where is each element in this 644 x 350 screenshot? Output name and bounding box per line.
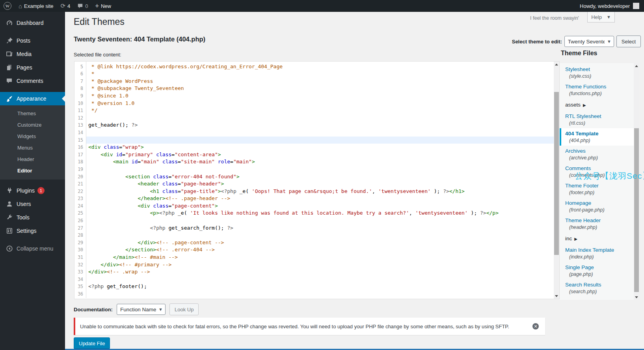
theme-file-link[interactable]: Main Index Template bbox=[565, 247, 630, 253]
comments-link[interactable]: 0 bbox=[74, 0, 91, 12]
code-line: 18 <main id="main" class="site-main" rol… bbox=[74, 158, 554, 166]
scroll-up-arrow[interactable] bbox=[554, 62, 559, 67]
theme-file-link[interactable]: Theme Functions bbox=[565, 84, 630, 90]
scroll-up-arrow[interactable] bbox=[634, 63, 639, 69]
code-line: 27 <?php get_search_form(); ?> bbox=[74, 225, 554, 232]
theme-file-link[interactable]: Single Page bbox=[565, 264, 630, 270]
sidebar-item-plugins[interactable]: Plugins 1 bbox=[0, 184, 65, 197]
user-avatar[interactable] bbox=[633, 3, 639, 9]
sidebar-item-widgets[interactable]: Widgets bbox=[0, 131, 65, 142]
line-code: </header><!-- .page-header --> bbox=[86, 195, 554, 202]
documentation-select[interactable]: Function Name… ▼ bbox=[117, 304, 166, 315]
sidebar-item-menus[interactable]: Menus bbox=[0, 142, 65, 153]
sidebar-item-editor[interactable]: Editor bbox=[0, 165, 65, 176]
collapse-menu-button[interactable]: Collapse menu bbox=[0, 242, 65, 255]
code-line: 5 * @link https://codex.wordpress.org/Cr… bbox=[74, 63, 554, 71]
scroll-down-arrow[interactable] bbox=[554, 293, 559, 299]
sidebar-item-posts[interactable]: Posts bbox=[0, 34, 65, 47]
dismiss-notice-icon[interactable]: ✕ bbox=[532, 323, 539, 329]
line-number: 6 bbox=[74, 70, 86, 78]
line-number: 17 bbox=[74, 151, 86, 159]
code-line: 23 </header><!-- .page-header --> bbox=[74, 195, 554, 202]
update-file-button[interactable]: Update File bbox=[74, 337, 110, 349]
theme-file-item[interactable]: Search Results(search.php) bbox=[560, 279, 634, 297]
editor-vertical-scrollbar[interactable] bbox=[554, 62, 559, 299]
sidebar-item-customize[interactable]: Customize bbox=[0, 119, 65, 131]
sidebar-item-appearance[interactable]: Appearance bbox=[0, 92, 65, 105]
plus-icon: + bbox=[95, 2, 99, 9]
wordpress-menu[interactable]: W bbox=[0, 0, 15, 12]
select-theme-button[interactable]: Select bbox=[616, 36, 641, 47]
theme-file-link[interactable]: RTL Stylesheet bbox=[565, 113, 630, 119]
sidebar-item-dashboard[interactable]: Dashboard bbox=[0, 16, 65, 30]
site-name: Example site bbox=[24, 3, 53, 9]
theme-select[interactable]: Twenty Seventeen ▼ bbox=[564, 36, 614, 47]
theme-files-heading: Theme Files bbox=[561, 50, 597, 57]
theme-folder-inc[interactable]: inc▶ bbox=[560, 232, 634, 245]
theme-file-link[interactable]: Theme Footer bbox=[565, 183, 630, 189]
theme-files-scrollbar[interactable] bbox=[634, 63, 639, 300]
theme-files-scrollbar-thumb[interactable] bbox=[634, 128, 639, 292]
theme-select-label: Select theme to edit: bbox=[512, 39, 562, 45]
sidebar-item-users[interactable]: Users bbox=[0, 197, 65, 211]
sidebar-item-comments[interactable]: Comments bbox=[0, 74, 65, 88]
theme-file-link[interactable]: Stylesheet bbox=[565, 66, 630, 72]
line-code: <div class="wrap"> bbox=[86, 144, 554, 151]
new-content-menu[interactable]: + New bbox=[92, 0, 115, 12]
code-line: 22 <h1 class="page-title"><?php _e( 'Oop… bbox=[74, 188, 554, 195]
line-number: 19 bbox=[74, 166, 86, 173]
theme-file-filename: (functions.php) bbox=[565, 91, 630, 96]
updates-link[interactable]: ⟳ 4 bbox=[57, 0, 74, 12]
site-link[interactable]: ⌂ Example site bbox=[15, 0, 57, 12]
theme-file-item[interactable]: 404 Template(404.php) bbox=[560, 128, 634, 146]
code-line: 19 bbox=[74, 166, 554, 173]
paintbrush-icon bbox=[6, 95, 13, 102]
theme-file-item[interactable]: Single Page(page.php) bbox=[560, 262, 634, 279]
code-line: 11 */ bbox=[74, 107, 554, 114]
theme-file-link[interactable]: 404 Template bbox=[565, 131, 630, 137]
sidebar-item-media[interactable]: Media bbox=[0, 47, 65, 61]
theme-file-item[interactable]: Theme Header(header.php) bbox=[560, 215, 634, 232]
theme-file-link[interactable]: Theme Header bbox=[565, 217, 630, 223]
theme-file-item[interactable]: Theme Footer(footer.php) bbox=[560, 180, 634, 198]
theme-file-item[interactable]: Main Index Template(index.php) bbox=[560, 245, 634, 262]
code-line: 9 * @since 1.0 bbox=[74, 92, 554, 100]
theme-file-item[interactable]: Theme Functions(functions.php) bbox=[560, 81, 634, 99]
sidebar-item-header[interactable]: Header bbox=[0, 153, 65, 165]
sidebar-item-settings[interactable]: Settings bbox=[0, 224, 65, 238]
theme-file-link[interactable]: Archives bbox=[565, 148, 630, 154]
code-line: 16<div class="wrap"> bbox=[74, 144, 554, 151]
line-number: 31 bbox=[74, 254, 86, 261]
line-number: 32 bbox=[74, 261, 86, 269]
theme-file-filename: (style.css) bbox=[565, 73, 630, 79]
code-area[interactable]: 45 * @link https://codex.wordpress.org/C… bbox=[74, 62, 554, 299]
theme-file-item[interactable]: RTL Stylesheet(rtl.css) bbox=[560, 111, 634, 128]
theme-file-link[interactable]: Search Results bbox=[565, 282, 630, 288]
look-up-button[interactable]: Look Up bbox=[169, 303, 199, 315]
theme-file-link[interactable]: Homepage bbox=[565, 200, 630, 206]
code-line: 33</div><!-- .wrap --> bbox=[74, 268, 554, 276]
scroll-down-arrow[interactable] bbox=[634, 294, 639, 300]
sidebar-item-pages[interactable]: Pages bbox=[0, 61, 65, 74]
help-button[interactable]: Help ▼ bbox=[587, 12, 615, 22]
editor-scrollbar-thumb[interactable] bbox=[554, 92, 559, 255]
documentation-select-value: Function Name… bbox=[120, 307, 156, 313]
sidebar-item-label: Plugins bbox=[17, 187, 35, 194]
theme-file-item[interactable]: Stylesheet(style.css) bbox=[560, 64, 634, 81]
theme-file-item[interactable]: Homepage(front-page.php) bbox=[560, 198, 634, 215]
howdy-text[interactable]: Howdy, webdeveloper bbox=[580, 3, 630, 9]
line-number: 33 bbox=[74, 268, 86, 276]
theme-file-item[interactable]: Archives(archive.php) bbox=[560, 146, 634, 163]
line-code bbox=[86, 137, 554, 144]
code-line: 26 bbox=[74, 217, 554, 225]
line-number: 13 bbox=[74, 122, 86, 129]
line-number: 10 bbox=[74, 100, 86, 107]
sidebar-item-tools[interactable]: Tools bbox=[0, 211, 65, 224]
code-line: 15 bbox=[74, 137, 554, 144]
plugin-icon bbox=[6, 187, 13, 194]
collapse-circle-icon bbox=[6, 245, 13, 252]
theme-folder-assets[interactable]: assets▶ bbox=[560, 99, 634, 111]
wrench-icon bbox=[6, 214, 13, 221]
code-editor[interactable]: 45 * @link https://codex.wordpress.org/C… bbox=[74, 61, 560, 299]
sidebar-item-themes[interactable]: Themes bbox=[0, 108, 65, 119]
